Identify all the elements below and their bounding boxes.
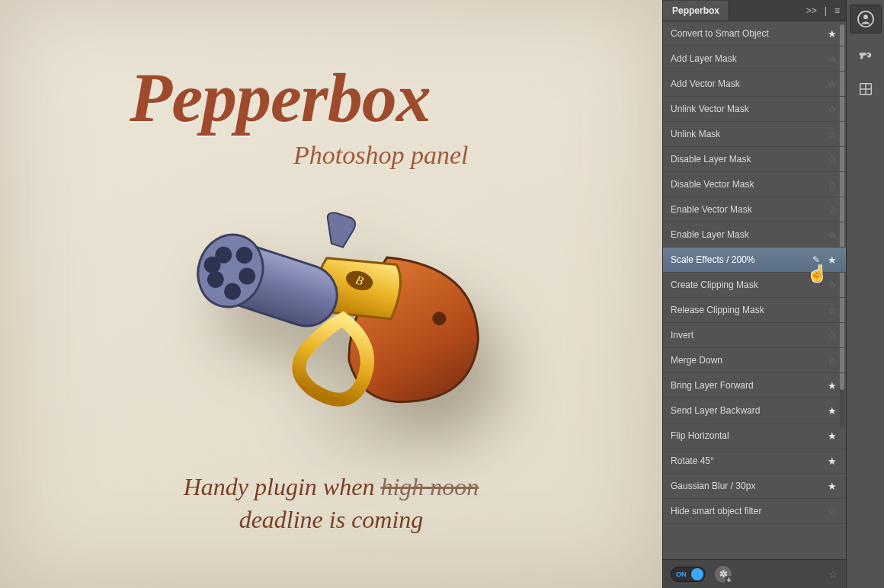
tagline: Handy plugin when high noon deadline is …	[0, 471, 662, 536]
pepperbox-illustration: B	[191, 206, 495, 457]
panel-toggle[interactable]: ON	[671, 567, 706, 582]
action-label: Disable Vector Mask	[671, 179, 826, 190]
action-row[interactable]: Bring Layer Forward★	[663, 373, 846, 398]
action-row[interactable]: Convert to Smart Object★	[663, 21, 846, 46]
collapse-icon[interactable]: >>	[806, 5, 817, 16]
favorite-star-icon[interactable]: ☆	[826, 506, 838, 517]
favorite-star-icon[interactable]: ★	[826, 481, 838, 492]
action-row[interactable]: Add Layer Mask☆	[663, 46, 846, 72]
toggle-label: ON	[676, 570, 687, 578]
action-row[interactable]: Enable Layer Mask☆	[663, 222, 846, 248]
action-label: Create Clipping Mask	[671, 280, 826, 290]
favorite-star-icon[interactable]: ★	[826, 254, 838, 266]
action-label: Scale Effects / 200%	[671, 254, 812, 265]
action-label: Unlink Vector Mask	[671, 104, 826, 114]
favorite-star-icon[interactable]: ☆	[826, 179, 838, 190]
action-row[interactable]: Add Vector Mask☆	[663, 72, 846, 97]
favorite-star-icon[interactable]: ★	[826, 380, 838, 391]
divider: |	[825, 5, 827, 16]
product-subtitle: Photoshop panel	[293, 141, 468, 170]
grid-icon[interactable]	[850, 75, 882, 104]
action-row[interactable]: Unlink Mask☆	[663, 122, 846, 147]
favorite-star-icon[interactable]: ★	[826, 430, 838, 442]
action-row[interactable]: Hide smart object filter☆	[663, 499, 846, 524]
tagline-prefix: Handy plugin when	[184, 473, 381, 500]
favorite-star-icon[interactable]: ☆	[826, 129, 838, 140]
action-label: Hide smart object filter	[671, 506, 826, 516]
panel-tab-bar: Pepperbox >> | ≡	[663, 0, 846, 21]
panel-menu-icon[interactable]: ≡	[834, 5, 840, 16]
action-row[interactable]: Disable Vector Mask☆	[663, 172, 846, 197]
tagline-strike: high noon	[380, 473, 479, 500]
footer-star-icon[interactable]: ☆	[828, 568, 838, 580]
toggle-knob	[691, 568, 703, 580]
favorite-star-icon[interactable]: ★	[826, 405, 838, 417]
add-action-button[interactable]: ✲	[715, 566, 732, 583]
action-label: Add Layer Mask	[671, 53, 826, 64]
promo-area: Pepperbox Photoshop panel	[0, 0, 662, 588]
action-list: Convert to Smart Object★Add Layer Mask☆A…	[663, 21, 846, 559]
action-label: Send Layer Backward	[671, 405, 826, 416]
action-row[interactable]: Send Layer Backward★	[663, 398, 846, 423]
action-row[interactable]: Scale Effects / 200%✎★	[663, 248, 846, 273]
favorite-star-icon[interactable]: ☆	[826, 154, 838, 165]
panel-footer: ON ✲ ☆	[663, 559, 846, 588]
action-row[interactable]: Enable Vector Mask☆	[663, 197, 846, 222]
favorite-star-icon[interactable]: ☆	[826, 229, 838, 241]
person-circle-icon[interactable]	[850, 5, 882, 34]
favorite-star-icon[interactable]: ☆	[826, 280, 838, 291]
favorite-star-icon[interactable]: ☆	[826, 330, 838, 341]
favorite-star-icon[interactable]: ☆	[826, 204, 838, 216]
favorite-star-icon[interactable]: ☆	[826, 78, 838, 90]
pepperbox-panel: Pepperbox >> | ≡ Convert to Smart Object…	[662, 0, 846, 588]
action-row[interactable]: Unlink Vector Mask☆	[663, 97, 846, 122]
action-label: Invert	[671, 330, 826, 340]
action-label: Disable Layer Mask	[671, 154, 826, 165]
action-row[interactable]: Flip Horizontal★	[663, 423, 846, 449]
action-row[interactable]: Create Clipping Mask☆	[663, 273, 846, 298]
action-label: Unlink Mask	[671, 129, 826, 139]
favorite-star-icon[interactable]: ☆	[826, 53, 838, 65]
tagline-line2: deadline is coming	[239, 506, 424, 533]
favorite-star-icon[interactable]: ☆	[826, 104, 838, 115]
favorite-star-icon[interactable]: ★	[826, 28, 838, 40]
action-label: Add Vector Mask	[671, 78, 826, 89]
favorite-star-icon[interactable]: ☆	[826, 305, 838, 316]
favorite-star-icon[interactable]: ★	[826, 455, 838, 467]
action-label: Release Clipping Mask	[671, 305, 826, 315]
favorite-star-icon[interactable]: ☆	[826, 355, 838, 366]
action-label: Merge Down	[671, 355, 826, 366]
product-title: Pepperbox	[130, 57, 431, 138]
action-label: Gaussian Blur / 30px	[671, 481, 826, 491]
action-row[interactable]: Gaussian Blur / 30px★	[663, 474, 846, 499]
action-label: Enable Layer Mask	[671, 229, 826, 240]
gun-icon[interactable]	[850, 40, 882, 69]
gear-icon: ✲	[719, 568, 728, 580]
action-label: Flip Horizontal	[671, 430, 826, 441]
tool-strip	[846, 0, 884, 588]
action-row[interactable]: Invert☆	[663, 323, 846, 348]
action-label: Rotate 45°	[671, 455, 826, 466]
action-row[interactable]: Merge Down☆	[663, 348, 846, 373]
action-row[interactable]: Rotate 45°★	[663, 449, 846, 474]
action-label: Convert to Smart Object	[671, 28, 826, 39]
action-row[interactable]: Release Clipping Mask☆	[663, 298, 846, 323]
svg-point-12	[863, 14, 868, 19]
action-row[interactable]: Disable Layer Mask☆	[663, 147, 846, 172]
edit-icon[interactable]: ✎	[812, 254, 820, 265]
action-label: Bring Layer Forward	[671, 380, 826, 391]
panel-tab-name[interactable]: Pepperbox	[663, 1, 729, 21]
action-label: Enable Vector Mask	[671, 204, 826, 215]
